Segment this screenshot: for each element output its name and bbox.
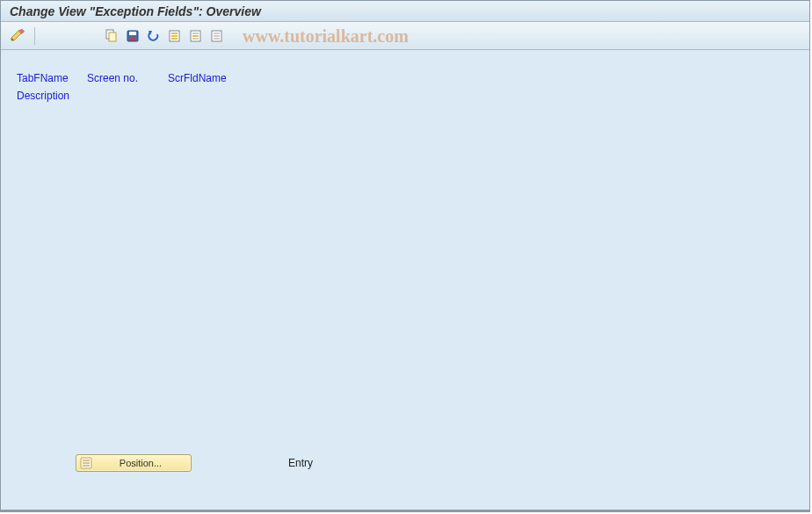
delete-button[interactable] <box>123 26 142 46</box>
position-label: Position... <box>94 458 187 468</box>
position-button[interactable]: Position... <box>76 454 192 472</box>
column-tabfname[interactable]: TabFName <box>17 72 87 84</box>
svg-rect-8 <box>171 35 178 37</box>
svg-rect-12 <box>192 35 199 37</box>
pencil-icon <box>10 29 25 43</box>
column-description[interactable]: Description <box>17 90 794 102</box>
frame-bottom-border <box>1 510 809 511</box>
position-icon <box>80 457 92 469</box>
column-scrfldname[interactable]: ScrFldName <box>168 72 227 84</box>
content-area: TabFName Screen no. ScrFldName Descripti… <box>1 51 809 511</box>
svg-rect-5 <box>130 37 135 40</box>
select-block-icon <box>189 29 203 43</box>
toggle-change-button[interactable] <box>8 26 27 46</box>
title-bar: Change View "Exception Fields": Overview <box>1 1 809 22</box>
svg-rect-17 <box>214 38 220 40</box>
app-frame: Change View "Exception Fields": Overview <box>0 0 810 512</box>
save-icon <box>126 29 140 43</box>
select-block-button[interactable] <box>186 26 206 46</box>
watermark: www.tutorialkart.com <box>243 26 409 47</box>
svg-rect-16 <box>214 35 220 37</box>
svg-rect-2 <box>109 33 116 41</box>
svg-rect-9 <box>171 38 178 40</box>
entry-label: Entry <box>288 457 313 469</box>
column-screenno[interactable]: Screen no. <box>87 72 168 84</box>
undo-button[interactable] <box>144 26 163 46</box>
deselect-icon <box>210 29 224 43</box>
select-all-icon <box>168 29 182 43</box>
footer-area: Position... Entry <box>76 454 313 472</box>
page-title: Change View "Exception Fields": Overview <box>10 4 261 18</box>
select-all-button[interactable] <box>165 26 185 46</box>
deselect-all-button[interactable] <box>207 26 227 46</box>
svg-rect-13 <box>192 38 199 40</box>
toolbar-separator <box>34 27 35 45</box>
column-headers: TabFName Screen no. ScrFldName <box>17 72 794 84</box>
svg-rect-4 <box>129 32 136 35</box>
copy-button[interactable] <box>102 26 121 46</box>
svg-rect-11 <box>192 33 199 34</box>
copy-icon <box>105 29 119 43</box>
undo-icon <box>147 29 161 43</box>
svg-rect-7 <box>171 33 178 34</box>
svg-rect-15 <box>214 33 220 34</box>
toolbar: www.tutorialkart.com <box>1 22 809 50</box>
